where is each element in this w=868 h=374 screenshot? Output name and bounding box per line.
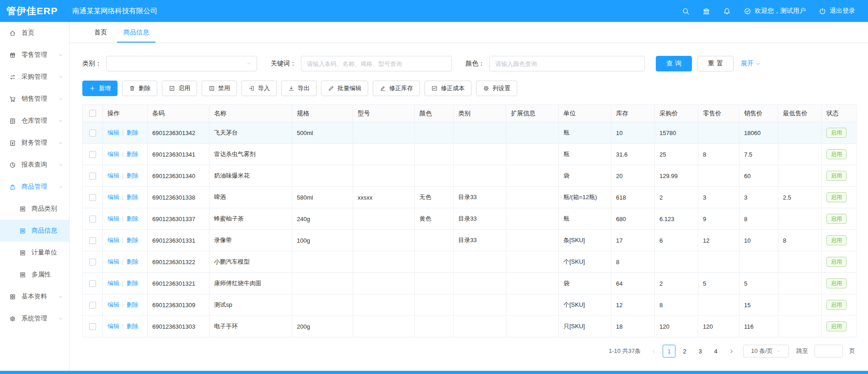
edit-link[interactable]: 编辑 [107,215,119,222]
page-button-2[interactable]: 2 [678,345,691,358]
column-header: 销售价 [739,105,778,122]
keyword-input[interactable] [301,56,452,71]
page-button-3[interactable]: 3 [694,345,707,358]
cell-status: 启用 [822,230,857,251]
color-input[interactable] [489,56,645,71]
edit-link[interactable]: 编辑 [107,194,119,201]
delete-link[interactable]: 删除 [126,258,138,265]
cell-stock: 20 [611,165,655,187]
sidebar-item-system[interactable]: 系统管理 [0,308,69,330]
cell-unit: 瓶 [559,208,611,230]
cell-category [454,251,506,273]
sidebar-item-goods-info[interactable]: 商品信息 [0,220,69,242]
cell-name: 飞天茅台 [209,122,292,144]
delete-link[interactable]: 删除 [126,129,138,136]
cell-model [353,294,415,316]
header-notifications[interactable] [723,7,731,15]
row-checkbox[interactable] [89,194,96,201]
prev-page-button[interactable] [647,345,660,358]
next-page-button[interactable] [725,345,738,358]
sidebar-item-report[interactable]: 报表查询 [0,154,69,176]
sidebar-item-goods-category[interactable]: 商品类别 [0,198,69,220]
row-checkbox[interactable] [89,302,96,309]
delete-link[interactable]: 删除 [126,151,138,157]
delete-link[interactable]: 删除 [126,237,138,244]
sidebar-item-purchase[interactable]: 采购管理 [0,66,69,88]
header-portal[interactable] [702,7,710,15]
edit-link[interactable]: 编辑 [107,323,119,330]
row-checkbox[interactable] [89,216,96,222]
cell-name: 啤酒 [209,187,292,208]
delete-link[interactable]: 删除 [126,323,138,330]
category-select[interactable] [106,56,257,71]
toolbar: 新增删除启用禁用导入导出批量编辑修正库存修正成本列设置 [82,81,855,96]
batch-edit-button[interactable]: 批量编辑 [321,81,368,96]
logout[interactable]: 退出登录 [819,7,855,15]
pagination: 1-10 共37条123410 条/页跳至页 [82,345,855,358]
table-row: 编辑|删除6901236301309测试sp个[SKU]12815启用 [83,294,857,316]
enable-button[interactable]: 启用 [162,81,197,96]
edit-link[interactable]: 编辑 [107,237,119,244]
sidebar-item-goods[interactable]: 商品管理 [0,176,69,198]
delete-link[interactable]: 删除 [126,215,138,222]
jump-page-input[interactable] [814,345,843,358]
sidebar-item-multi-attr[interactable]: 多属性 [0,264,69,286]
import-button[interactable]: 导入 [241,81,277,96]
row-actions: 编辑|删除 [103,294,148,316]
sidebar-item-home[interactable]: 首页 [0,22,69,44]
page-size-select[interactable]: 10 条/页 [743,345,789,358]
fix-cost-button[interactable]: 修正成本 [424,81,472,96]
page-suffix-label: 页 [849,347,855,355]
edit-link[interactable]: 编辑 [107,280,119,287]
page-button-1[interactable]: 1 [663,345,675,358]
tab-home[interactable]: 首页 [86,22,115,43]
tab-goods-info[interactable]: 商品信息 [115,22,157,43]
edit-link[interactable]: 编辑 [107,172,119,179]
sidebar-item-basic-data[interactable]: 基本资料 [0,286,69,308]
row-checkbox[interactable] [89,151,96,158]
edit-icon [328,85,334,92]
delete-link[interactable]: 删除 [126,301,138,308]
page-button-4[interactable]: 4 [709,345,722,358]
row-checkbox[interactable] [89,130,96,136]
delete-link[interactable]: 删除 [126,280,138,287]
cell-sale: 15 [739,294,778,316]
row-checkbox[interactable] [89,323,96,330]
reset-button[interactable]: 重置 [697,56,734,71]
header-search[interactable] [682,7,690,15]
cell-model [353,316,415,337]
cell-min [778,316,822,337]
column-header: 扩展信息 [506,105,559,122]
export-button[interactable]: 导出 [281,81,316,96]
sidebar-item-retail[interactable]: 零售管理 [0,44,69,66]
filter-row: 类别： 关键词： 颜色： 查询 重置 展开 [82,56,855,71]
cell-color [415,165,454,187]
sidebar-item-measure-unit[interactable]: 计量单位 [0,242,69,264]
cell-color [415,294,454,316]
cell-retail: 8 [698,144,739,165]
jump-label: 跳至 [796,347,808,355]
search-button[interactable]: 查询 [656,56,692,71]
row-checkbox[interactable] [89,237,96,244]
edit-link[interactable]: 编辑 [107,151,119,157]
edit-link[interactable]: 编辑 [107,258,119,265]
delete-link[interactable]: 删除 [126,172,138,179]
cell-unit: 袋 [559,165,611,187]
column-settings-button[interactable]: 列设置 [476,81,517,96]
disable-button[interactable]: 禁用 [202,81,237,96]
add-button[interactable]: 新增 [82,81,118,96]
delete-link[interactable]: 删除 [126,194,138,201]
row-checkbox[interactable] [89,259,96,266]
delete-button[interactable]: 删除 [122,81,157,96]
sidebar-item-sales[interactable]: 销售管理 [0,88,69,110]
sidebar-item-finance[interactable]: 财务管理 [0,132,69,154]
expand-link[interactable]: 展开 [741,60,761,68]
welcome-user[interactable]: 欢迎您，测试用户 [744,7,806,15]
fix-stock-button[interactable]: 修正库存 [373,81,420,96]
edit-link[interactable]: 编辑 [107,129,119,136]
row-checkbox[interactable] [89,280,96,287]
row-checkbox[interactable] [89,173,96,179]
sidebar-item-warehouse[interactable]: 仓库管理 [0,110,69,132]
select-all-checkbox[interactable] [89,110,96,117]
edit-link[interactable]: 编辑 [107,301,119,308]
